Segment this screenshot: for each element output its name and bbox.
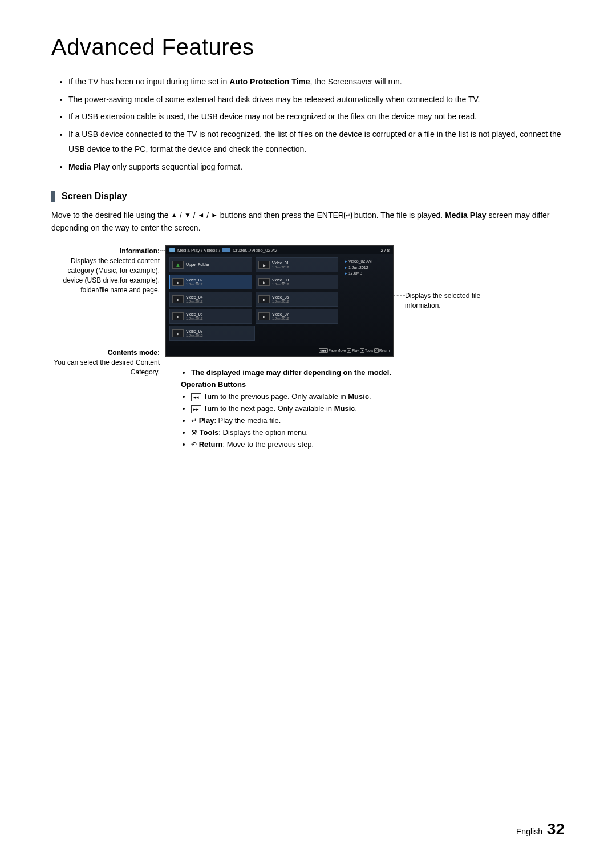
tile-name: Video_02 <box>186 278 203 283</box>
section-bar-icon <box>51 191 55 202</box>
tv-body: ▲ Upper Folder ▶ Video_011.Jan.2012 ▶ Vi… <box>166 254 393 346</box>
usb-icon <box>222 248 230 252</box>
tile-date: 1.Jan.2012 <box>186 283 203 287</box>
dashed-connector <box>160 250 165 251</box>
text: Move to the desired file using the <box>51 211 171 220</box>
callout-file-info: Displays the selected file information. <box>405 291 508 310</box>
text: If the TV has been no input during time … <box>68 77 229 86</box>
text: : Move to the previous step. <box>223 440 314 449</box>
intro-item: If a USB device connected to the TV is n… <box>68 127 570 157</box>
left-arrow-icon: ◄ <box>197 210 204 221</box>
footer-page-move[interactable]: ◂◂▸▸ Page Move <box>319 348 346 353</box>
thumbnail-icon: ▶ <box>172 329 184 337</box>
text: Page Move <box>329 349 346 352</box>
text: only supports sequential jpeg format. <box>110 162 242 171</box>
side-file-name: Video_02.AVI <box>348 259 372 263</box>
up-arrow-icon: ▲ <box>175 261 181 268</box>
tools-icon: ⚒ <box>360 348 364 353</box>
thumbnail-icon: ▶ <box>258 278 270 286</box>
text: , the Screensaver will run. <box>310 77 402 86</box>
breadcrumb-text: Cruzer.../Video_02.AVI <box>233 248 279 253</box>
footer-play[interactable]: ↵ Play <box>347 348 359 353</box>
tv-tile[interactable]: ▶ Video_071.Jan.2012 <box>256 309 338 324</box>
text: Play <box>352 349 359 352</box>
text: Return <box>379 349 390 352</box>
text: buttons and then press the ENTER <box>220 211 344 220</box>
text-bold: Tools <box>200 428 219 437</box>
dashed-connector <box>394 295 405 296</box>
text-bold: Play <box>199 416 214 425</box>
callout-body: Displays the selected content category (… <box>51 256 160 295</box>
intro-item: Media Play only supports sequential jpeg… <box>68 159 570 175</box>
tv-breadcrumb: Media Play / Videos / Cruzer.../Video_02… <box>169 248 279 253</box>
tv-tile[interactable]: ▶ Video_031.Jan.2012 <box>256 275 338 289</box>
callout-contents-mode: Contents mode: You can select the desire… <box>51 348 160 377</box>
tv-tile[interactable]: ▶ Video_011.Jan.2012 <box>256 257 338 272</box>
callout-title: Contents mode: <box>108 349 160 357</box>
tv-tile[interactable]: ▶ Video_041.Jan.2012 <box>169 292 252 307</box>
page-indicator: 2 / 8 <box>380 248 390 253</box>
footer-page-number: 32 <box>547 820 565 838</box>
side-file-size: 17.6MB <box>348 271 362 275</box>
tv-screenshot: Media Play / Videos / Cruzer.../Video_02… <box>165 245 394 357</box>
tv-file-grid: ▲ Upper Folder ▶ Video_011.Jan.2012 ▶ Vi… <box>166 254 342 346</box>
callout-information: Information: Displays the selected conte… <box>51 247 160 295</box>
section-title: Screen Display <box>62 191 127 201</box>
op-list: ◂◂ Turn to the previous page. Only avail… <box>191 391 391 450</box>
intro-item: The power-saving mode of some external h… <box>68 92 570 107</box>
op-item: ⚒ Tools: Displays the option menu. <box>191 427 391 439</box>
return-icon: ↶ <box>191 441 197 449</box>
thumbnail-icon: ▲ <box>172 261 184 269</box>
tv-tile-upper-folder[interactable]: ▲ Upper Folder <box>169 257 252 272</box>
up-arrow-icon: ▲ <box>171 210 177 221</box>
tv-side-info: ▸ Video_02.AVI ▸ 1.Jan.2012 ▸ 17.6MB <box>342 254 393 346</box>
op-item: ↵ Play: Play the media file. <box>191 415 391 427</box>
text-bold: Music <box>334 404 355 413</box>
tile-date: 1.Jan.2012 <box>272 317 289 321</box>
page-title: Advanced Features <box>51 34 570 60</box>
cloud-icon <box>169 248 175 252</box>
rewind-icon: ◂◂ <box>191 393 201 401</box>
tile-name: Video_06 <box>186 312 203 317</box>
operation-buttons-section: The displayed image may differ depending… <box>191 368 391 450</box>
text: Turn to the previous page. Only availabl… <box>201 392 348 401</box>
text: button. The file is played. <box>352 211 445 220</box>
section-description: Move to the desired file using the ▲ / ▼… <box>51 209 570 235</box>
side-file-date: 1.Jan.2012 <box>348 265 368 269</box>
footer-tools[interactable]: ⚒ Tools <box>360 348 373 353</box>
text: Tools <box>365 349 373 352</box>
tile-date: 1.Jan.2012 <box>272 265 289 269</box>
tile-name: Video_04 <box>186 295 203 300</box>
text-bold: Music <box>348 392 369 401</box>
thumbnail-icon: ▶ <box>172 278 184 286</box>
tv-tile[interactable]: ▶ Video_061.Jan.2012 <box>169 309 252 324</box>
op-heading: Operation Buttons <box>181 380 391 389</box>
figure-area: Information: Displays the selected conte… <box>51 245 565 445</box>
enter-icon: ↵ <box>344 212 352 219</box>
tile-name: Video_07 <box>272 312 289 317</box>
page-footer: English 32 <box>516 820 565 838</box>
tile-date: 1.Jan.2012 <box>186 334 203 338</box>
op-note: The displayed image may differ depending… <box>191 368 391 377</box>
tile-name: Upper Folder <box>186 263 209 267</box>
text: Turn to the next page. Only available in <box>201 404 334 413</box>
forward-icon: ▸▸ <box>191 405 201 413</box>
tv-tile-selected[interactable]: ▶ Video_021.Jan.2012 <box>169 275 252 289</box>
tile-name: Video_08 <box>186 329 203 334</box>
thumbnail-icon: ▶ <box>258 261 270 269</box>
tv-tile[interactable]: ▶ Video_051.Jan.2012 <box>256 292 338 307</box>
text-bold: Media Play <box>68 162 110 171</box>
breadcrumb-text: Media Play / Videos / <box>177 248 220 253</box>
text-bold: The displayed image may differ depending… <box>191 368 391 377</box>
op-item: ▸▸ Turn to the next page. Only available… <box>191 403 391 415</box>
tv-tile[interactable]: ▶ Video_081.Jan.2012 <box>169 326 255 341</box>
bullet-icon: ▸ <box>345 259 347 263</box>
op-item: ◂◂ Turn to the previous page. Only avail… <box>191 391 391 403</box>
text: : Displays the option menu. <box>218 428 308 437</box>
section-header: Screen Display <box>51 191 570 202</box>
tile-name: Video_03 <box>272 278 289 283</box>
tv-header: Media Play / Videos / Cruzer.../Video_02… <box>166 246 393 254</box>
tv-footer: ◂◂▸▸ Page Move ↵ Play ⚒ Tools ↶ Return <box>166 346 393 354</box>
callout-body: You can select the desired Content Categ… <box>51 358 160 377</box>
footer-return[interactable]: ↶ Return <box>374 348 390 353</box>
